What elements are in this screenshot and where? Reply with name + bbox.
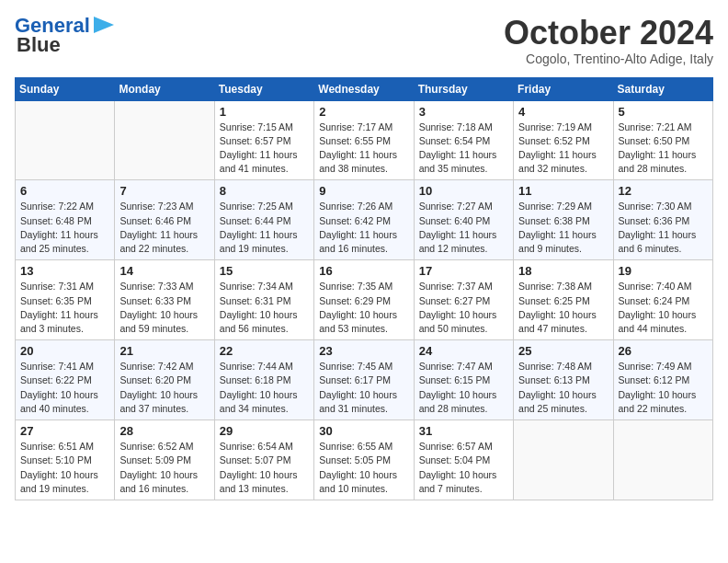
day-info: Sunrise: 7:26 AM Sunset: 6:42 PM Dayligh… [319,200,408,256]
day-info: Sunrise: 7:35 AM Sunset: 6:29 PM Dayligh… [319,280,408,336]
day-info: Sunrise: 7:48 AM Sunset: 6:13 PM Dayligh… [518,360,608,416]
calendar-cell: 21Sunrise: 7:42 AM Sunset: 6:20 PM Dayli… [115,340,214,420]
day-number: 10 [419,184,508,198]
calendar-weekday-header: Saturday [613,77,712,100]
calendar-cell: 16Sunrise: 7:35 AM Sunset: 6:29 PM Dayli… [314,260,414,340]
day-number: 29 [220,424,309,438]
calendar-cell: 18Sunrise: 7:38 AM Sunset: 6:25 PM Dayli… [514,260,613,340]
day-info: Sunrise: 7:49 AM Sunset: 6:12 PM Dayligh… [619,360,708,416]
month-title: October 2024 [504,15,713,52]
calendar-week-row: 20Sunrise: 7:41 AM Sunset: 6:22 PM Dayli… [16,340,713,420]
calendar-cell: 5Sunrise: 7:21 AM Sunset: 6:50 PM Daylig… [613,100,712,180]
calendar-cell: 20Sunrise: 7:41 AM Sunset: 6:22 PM Dayli… [16,340,115,420]
calendar-cell: 30Sunrise: 6:55 AM Sunset: 5:05 PM Dayli… [314,420,414,500]
day-info: Sunrise: 7:23 AM Sunset: 6:46 PM Dayligh… [119,200,209,256]
calendar-cell: 17Sunrise: 7:37 AM Sunset: 6:27 PM Dayli… [414,260,513,340]
day-info: Sunrise: 7:15 AM Sunset: 6:57 PM Dayligh… [220,121,309,177]
calendar-cell: 7Sunrise: 7:23 AM Sunset: 6:46 PM Daylig… [115,180,214,260]
day-number: 23 [319,344,408,358]
day-info: Sunrise: 6:54 AM Sunset: 5:07 PM Dayligh… [220,440,309,496]
day-info: Sunrise: 7:38 AM Sunset: 6:25 PM Dayligh… [518,280,608,336]
day-number: 1 [220,105,309,119]
calendar-week-row: 6Sunrise: 7:22 AM Sunset: 6:48 PM Daylig… [16,180,713,260]
day-number: 18 [518,264,608,278]
day-number: 9 [319,184,408,198]
day-number: 8 [220,184,309,198]
logo-arrow-icon [94,17,114,33]
day-number: 3 [419,105,508,119]
day-number: 13 [20,264,109,278]
calendar-header-row: SundayMondayTuesdayWednesdayThursdayFrid… [16,77,713,100]
calendar-cell: 24Sunrise: 7:47 AM Sunset: 6:15 PM Dayli… [414,340,513,420]
location-subtitle: Cogolo, Trentino-Alto Adige, Italy [504,52,713,66]
calendar-weekday-header: Sunday [16,77,115,100]
day-number: 6 [20,184,109,198]
calendar-cell: 4Sunrise: 7:19 AM Sunset: 6:52 PM Daylig… [514,100,613,180]
calendar-weekday-header: Friday [514,77,613,100]
day-number: 12 [619,184,708,198]
calendar-cell: 29Sunrise: 6:54 AM Sunset: 5:07 PM Dayli… [214,420,313,500]
calendar-weekday-header: Wednesday [314,77,414,100]
calendar-cell: 23Sunrise: 7:45 AM Sunset: 6:17 PM Dayli… [314,340,414,420]
calendar-cell: 25Sunrise: 7:48 AM Sunset: 6:13 PM Dayli… [514,340,613,420]
day-info: Sunrise: 6:52 AM Sunset: 5:09 PM Dayligh… [119,440,209,496]
day-info: Sunrise: 6:51 AM Sunset: 5:10 PM Dayligh… [20,440,109,496]
calendar-cell: 27Sunrise: 6:51 AM Sunset: 5:10 PM Dayli… [16,420,115,500]
day-info: Sunrise: 7:47 AM Sunset: 6:15 PM Dayligh… [419,360,508,416]
day-info: Sunrise: 7:22 AM Sunset: 6:48 PM Dayligh… [20,200,109,256]
day-number: 31 [419,424,508,438]
day-info: Sunrise: 7:19 AM Sunset: 6:52 PM Dayligh… [518,121,608,177]
calendar-cell: 31Sunrise: 6:57 AM Sunset: 5:04 PM Dayli… [414,420,513,500]
day-info: Sunrise: 7:31 AM Sunset: 6:35 PM Dayligh… [20,280,109,336]
calendar-cell [16,100,115,180]
page-header: General Blue October 2024 Cogolo, Trenti… [15,15,713,66]
calendar-weekday-header: Tuesday [214,77,313,100]
day-number: 19 [619,264,708,278]
day-number: 21 [119,344,209,358]
day-info: Sunrise: 7:37 AM Sunset: 6:27 PM Dayligh… [419,280,508,336]
day-info: Sunrise: 6:57 AM Sunset: 5:04 PM Dayligh… [419,440,508,496]
day-info: Sunrise: 7:17 AM Sunset: 6:55 PM Dayligh… [319,121,408,177]
calendar-cell: 9Sunrise: 7:26 AM Sunset: 6:42 PM Daylig… [314,180,414,260]
calendar-week-row: 13Sunrise: 7:31 AM Sunset: 6:35 PM Dayli… [16,260,713,340]
day-info: Sunrise: 7:34 AM Sunset: 6:31 PM Dayligh… [220,280,309,336]
calendar-cell: 3Sunrise: 7:18 AM Sunset: 6:54 PM Daylig… [414,100,513,180]
day-info: Sunrise: 7:45 AM Sunset: 6:17 PM Dayligh… [319,360,408,416]
day-number: 26 [619,344,708,358]
calendar-cell: 26Sunrise: 7:49 AM Sunset: 6:12 PM Dayli… [613,340,712,420]
calendar-cell [613,420,712,500]
day-info: Sunrise: 7:27 AM Sunset: 6:40 PM Dayligh… [419,200,508,256]
day-number: 17 [419,264,508,278]
day-number: 27 [20,424,109,438]
day-number: 11 [518,184,608,198]
calendar-cell: 12Sunrise: 7:30 AM Sunset: 6:36 PM Dayli… [613,180,712,260]
calendar-cell: 22Sunrise: 7:44 AM Sunset: 6:18 PM Dayli… [214,340,313,420]
day-number: 14 [119,264,209,278]
day-info: Sunrise: 7:33 AM Sunset: 6:33 PM Dayligh… [119,280,209,336]
day-info: Sunrise: 7:42 AM Sunset: 6:20 PM Dayligh… [119,360,209,416]
day-number: 30 [319,424,408,438]
day-number: 24 [419,344,508,358]
calendar-cell: 15Sunrise: 7:34 AM Sunset: 6:31 PM Dayli… [214,260,313,340]
day-number: 4 [518,105,608,119]
calendar-week-row: 1Sunrise: 7:15 AM Sunset: 6:57 PM Daylig… [16,100,713,180]
calendar-cell: 13Sunrise: 7:31 AM Sunset: 6:35 PM Dayli… [16,260,115,340]
calendar-table: SundayMondayTuesdayWednesdayThursdayFrid… [15,77,713,500]
calendar-week-row: 27Sunrise: 6:51 AM Sunset: 5:10 PM Dayli… [16,420,713,500]
day-number: 22 [220,344,309,358]
calendar-cell: 19Sunrise: 7:40 AM Sunset: 6:24 PM Dayli… [613,260,712,340]
day-number: 5 [619,105,708,119]
day-number: 28 [119,424,209,438]
calendar-cell: 10Sunrise: 7:27 AM Sunset: 6:40 PM Dayli… [414,180,513,260]
day-info: Sunrise: 7:21 AM Sunset: 6:50 PM Dayligh… [619,121,708,177]
day-info: Sunrise: 7:29 AM Sunset: 6:38 PM Dayligh… [518,200,608,256]
day-number: 16 [319,264,408,278]
day-info: Sunrise: 7:44 AM Sunset: 6:18 PM Dayligh… [220,360,309,416]
logo-blue-text: Blue [17,35,61,55]
title-block: October 2024 Cogolo, Trentino-Alto Adige… [504,15,713,66]
calendar-cell: 8Sunrise: 7:25 AM Sunset: 6:44 PM Daylig… [214,180,313,260]
logo: General Blue [15,15,114,55]
calendar-weekday-header: Monday [115,77,214,100]
calendar-cell: 6Sunrise: 7:22 AM Sunset: 6:48 PM Daylig… [16,180,115,260]
calendar-cell: 14Sunrise: 7:33 AM Sunset: 6:33 PM Dayli… [115,260,214,340]
